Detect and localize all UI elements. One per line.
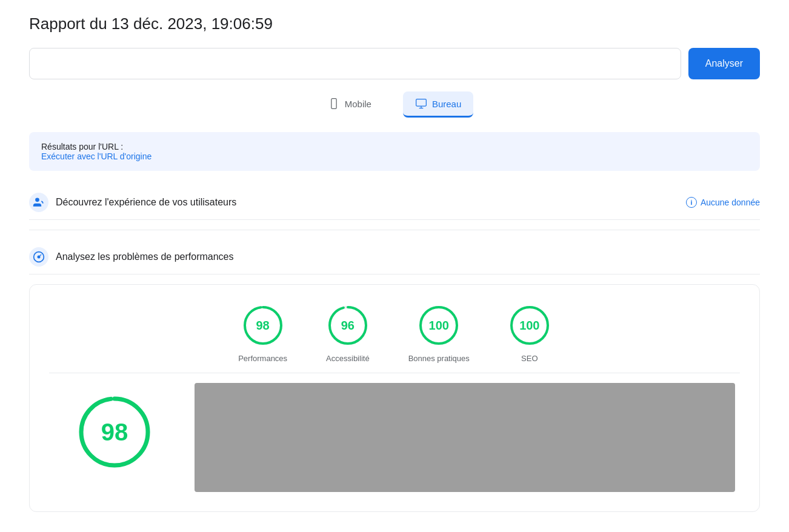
url-result-banner: Résultats pour l'URL : Exécuter avec l'U… [29, 132, 760, 171]
no-data-label[interactable]: i Aucune donnée [686, 197, 760, 208]
score-circle-seo: 100 [508, 304, 551, 347]
score-item-bonnes-pratiques[interactable]: 100 Bonnes pratiques [408, 304, 470, 363]
scores-row: 98 Performances 96 Accessibilité [49, 304, 740, 363]
tab-bureau-label: Bureau [432, 99, 461, 109]
info-icon: i [686, 197, 697, 208]
screenshot-placeholder [195, 383, 735, 492]
score-number-bonnes-pratiques: 100 [429, 319, 449, 333]
tabs-row: Mobile Bureau [29, 91, 760, 118]
perf-section-header-left: Analysez les problèmes de performances [29, 247, 233, 267]
desktop-icon [415, 98, 427, 110]
performance-icon [29, 247, 48, 267]
tab-mobile-label: Mobile [345, 99, 371, 109]
analyze-button[interactable]: Analyser [688, 48, 760, 79]
url-input[interactable] [29, 48, 681, 79]
section-header-left: Découvrez l'expérience de vos utilisateu… [29, 193, 236, 212]
url-result-text: Résultats pour l'URL : [41, 142, 748, 151]
score-circle-performances: 98 [242, 304, 284, 347]
score-item-performances[interactable]: 98 Performances [238, 304, 287, 363]
big-score-section: 98 [49, 383, 740, 492]
no-data-text: Aucune donnée [701, 198, 760, 207]
divider-1 [29, 230, 760, 230]
score-label-bonnes-pratiques: Bonnes pratiques [408, 354, 470, 363]
score-number-seo: 100 [519, 319, 539, 333]
tab-mobile[interactable]: Mobile [316, 91, 384, 118]
report-title: Rapport du 13 déc. 2023, 19:06:59 [29, 15, 760, 33]
screenshot-area [195, 383, 735, 492]
performance-section-title: Analysez les problèmes de performances [56, 251, 233, 262]
scores-card: 98 Performances 96 Accessibilité [29, 284, 760, 512]
url-bar-row: Analyser [29, 48, 760, 79]
score-label-accessibilite: Accessibilité [326, 354, 370, 363]
user-experience-title: Découvrez l'expérience de vos utilisateu… [56, 197, 236, 208]
big-score-circle: 98 [75, 393, 154, 471]
score-circle-bonnes-pratiques: 100 [418, 304, 460, 347]
score-item-accessibilite[interactable]: 96 Accessibilité [326, 304, 370, 363]
score-label-performances: Performances [238, 354, 287, 363]
score-label-seo: SEO [521, 354, 538, 363]
run-with-origin-url-link[interactable]: Exécuter avec l'URL d'origine [41, 151, 151, 161]
score-number-accessibilite: 96 [341, 319, 355, 333]
svg-rect-0 [331, 99, 336, 109]
mobile-icon [328, 98, 340, 110]
score-circle-accessibilite: 96 [327, 304, 369, 347]
divider-scores [49, 373, 740, 373]
user-experience-section-header: Découvrez l'expérience de vos utilisateu… [29, 185, 760, 220]
user-experience-icon [29, 193, 48, 212]
score-item-seo[interactable]: 100 SEO [508, 304, 551, 363]
tab-bureau[interactable]: Bureau [403, 91, 473, 118]
big-score-number: 98 [101, 419, 128, 446]
svg-point-5 [35, 198, 39, 202]
performance-section-header: Analysez les problèmes de performances [29, 240, 760, 274]
score-number-performances: 98 [256, 319, 270, 333]
big-score-left: 98 [54, 383, 175, 492]
svg-rect-2 [416, 99, 427, 107]
